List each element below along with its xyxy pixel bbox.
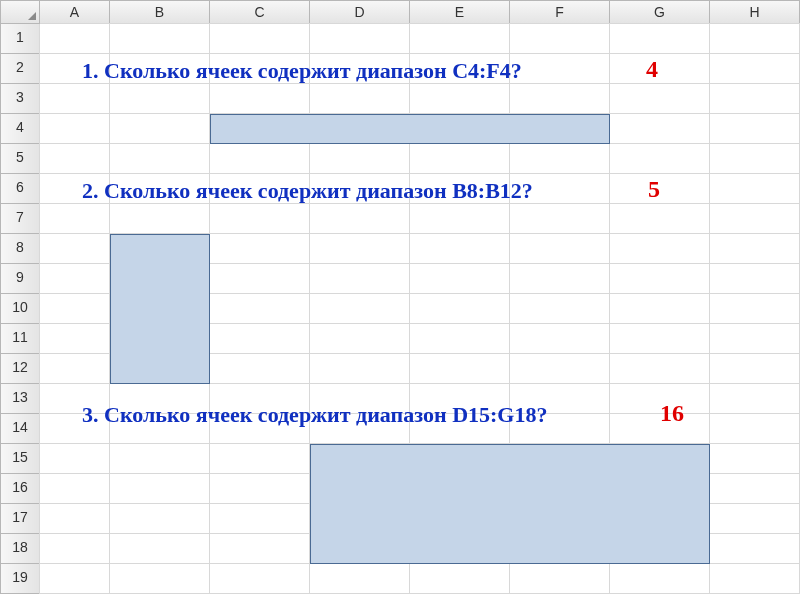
col-header-b[interactable]: B bbox=[110, 0, 210, 24]
row-header-1[interactable]: 1 bbox=[0, 24, 40, 54]
row-header-11[interactable]: 11 bbox=[0, 324, 40, 354]
col-header-e[interactable]: E bbox=[410, 0, 510, 24]
range-c4-f4 bbox=[210, 114, 610, 144]
row-header-15[interactable]: 15 bbox=[0, 444, 40, 474]
row-header-12[interactable]: 12 bbox=[0, 354, 40, 384]
row-header-7[interactable]: 7 bbox=[0, 204, 40, 234]
col-header-a[interactable]: A bbox=[40, 0, 110, 24]
col-header-h[interactable]: H bbox=[710, 0, 800, 24]
row-header-10[interactable]: 10 bbox=[0, 294, 40, 324]
question-3-text: 3. Сколько ячеек содержит диапазон D15:G… bbox=[82, 402, 547, 428]
row-header-17[interactable]: 17 bbox=[0, 504, 40, 534]
row-header-2[interactable]: 2 bbox=[0, 54, 40, 84]
question-1-text: 1. Сколько ячеек содержит диапазон С4:F4… bbox=[82, 58, 522, 84]
range-b8-b12 bbox=[110, 234, 210, 384]
select-all-corner[interactable] bbox=[0, 0, 40, 24]
row-header-16[interactable]: 16 bbox=[0, 474, 40, 504]
question-2-text: 2. Сколько ячеек содержит диапазон B8:B1… bbox=[82, 178, 533, 204]
row-header-9[interactable]: 9 bbox=[0, 264, 40, 294]
spreadsheet: ABCDEFGH 12345678910111213141516171819 1… bbox=[0, 0, 800, 600]
row-header-4[interactable]: 4 bbox=[0, 114, 40, 144]
row-header-6[interactable]: 6 bbox=[0, 174, 40, 204]
column-headers: ABCDEFGH bbox=[0, 0, 800, 24]
question-1-answer: 4 bbox=[646, 56, 658, 83]
col-header-g[interactable]: G bbox=[610, 0, 710, 24]
row-header-13[interactable]: 13 bbox=[0, 384, 40, 414]
row-headers: 12345678910111213141516171819 bbox=[0, 24, 40, 594]
row-header-5[interactable]: 5 bbox=[0, 144, 40, 174]
row-header-19[interactable]: 19 bbox=[0, 564, 40, 594]
col-header-c[interactable]: C bbox=[210, 0, 310, 24]
col-header-d[interactable]: D bbox=[310, 0, 410, 24]
question-2-answer: 5 bbox=[648, 176, 660, 203]
range-d15-g18 bbox=[310, 444, 710, 564]
row-header-8[interactable]: 8 bbox=[0, 234, 40, 264]
row-header-3[interactable]: 3 bbox=[0, 84, 40, 114]
row-header-18[interactable]: 18 bbox=[0, 534, 40, 564]
question-3-answer: 16 bbox=[660, 400, 684, 427]
col-header-f[interactable]: F bbox=[510, 0, 610, 24]
row-header-14[interactable]: 14 bbox=[0, 414, 40, 444]
cell-grid[interactable]: 1. Сколько ячеек содержит диапазон С4:F4… bbox=[40, 24, 800, 600]
